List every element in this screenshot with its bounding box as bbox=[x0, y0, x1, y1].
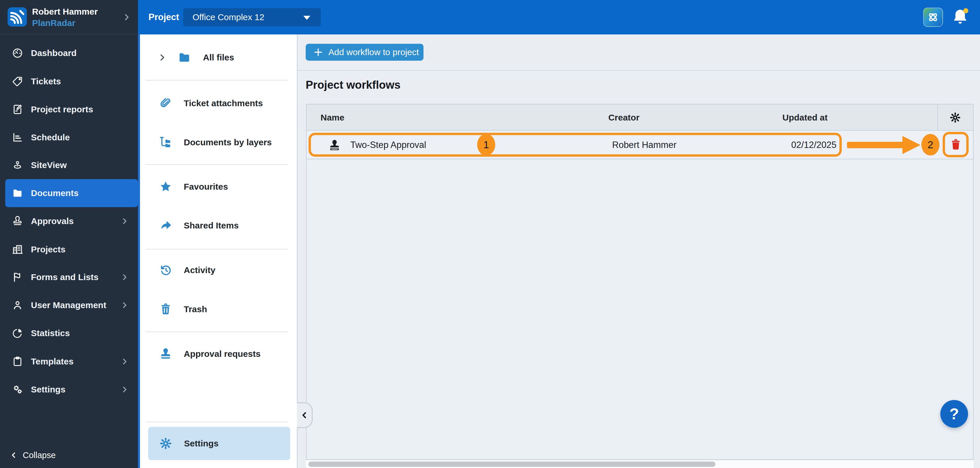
clipboard-icon bbox=[12, 356, 23, 367]
user-name: Robert Hammer bbox=[32, 7, 98, 17]
sidebar-item-dashboard[interactable]: Dashboard bbox=[5, 39, 138, 67]
panel-item-settings[interactable]: Settings bbox=[148, 427, 290, 460]
sidebar-item-label: Templates bbox=[31, 357, 73, 366]
horizontal-scrollbar-thumb[interactable] bbox=[308, 462, 716, 467]
panel-item-activity[interactable]: Activity bbox=[159, 258, 215, 282]
trash-icon bbox=[159, 302, 172, 316]
horizontal-scrollbar-track[interactable] bbox=[306, 460, 974, 468]
sidebar-item-statistics[interactable]: Statistics bbox=[5, 319, 138, 347]
panel-item-label: Activity bbox=[184, 265, 215, 275]
page-title: Project workflows bbox=[305, 79, 401, 91]
dashboard-icon bbox=[12, 47, 23, 59]
sidebar-item-label: Dashboard bbox=[31, 48, 77, 58]
panel-item-ticket-attachments[interactable]: Ticket attachments bbox=[159, 92, 263, 115]
schedule-icon bbox=[12, 132, 23, 143]
panel-item-label: Trash bbox=[184, 304, 207, 314]
divider bbox=[146, 164, 288, 165]
panel-item-label: Favourites bbox=[184, 182, 228, 192]
workflow-name: Two-Step Approval bbox=[350, 131, 426, 159]
annotation-arrow bbox=[847, 142, 903, 148]
panel-item-label: Ticket attachments bbox=[184, 98, 263, 108]
gear-icon bbox=[159, 437, 172, 450]
project-selector[interactable]: Office Complex 12 bbox=[183, 8, 321, 26]
account-header[interactable]: Robert Hammer PlanRadar bbox=[0, 0, 138, 34]
planradar-logo bbox=[8, 7, 27, 27]
column-header-updated-at[interactable]: Updated at bbox=[761, 105, 849, 131]
star-icon bbox=[159, 180, 172, 193]
primary-sidebar: Robert Hammer PlanRadar Dashboard Ticket… bbox=[0, 0, 138, 468]
sidebar-item-label: Project reports bbox=[31, 105, 93, 115]
add-workflow-label: Add workflow to project bbox=[328, 47, 419, 57]
approvals-stamp-icon bbox=[12, 215, 23, 227]
project-label: Project bbox=[148, 0, 179, 34]
documents-panel: All files Ticket attachments Documents b… bbox=[140, 34, 298, 468]
chevron-left-icon bbox=[10, 451, 18, 460]
user-icon bbox=[12, 299, 23, 311]
annotation-delete-highlight bbox=[943, 132, 969, 157]
sidebar-item-label: Projects bbox=[31, 245, 65, 255]
sidebar-collapse-button[interactable]: Collapse bbox=[10, 446, 56, 465]
folder-icon bbox=[177, 51, 191, 64]
sidebar-item-label: Settings bbox=[31, 385, 65, 395]
sidebar-item-templates[interactable]: Templates bbox=[5, 347, 138, 376]
sidebar-item-label: SiteView bbox=[31, 160, 67, 170]
share-arrow-icon bbox=[159, 219, 172, 232]
panel-item-shared-items[interactable]: Shared Items bbox=[159, 214, 239, 237]
panel-item-trash[interactable]: Trash bbox=[159, 298, 207, 321]
panel-item-approval-requests[interactable]: Approval requests bbox=[159, 342, 261, 366]
annotation-badge-2: 2 bbox=[921, 134, 939, 156]
documents-icon bbox=[12, 187, 23, 199]
add-workflow-button[interactable]: Add workflow to project bbox=[305, 44, 423, 61]
divider bbox=[146, 249, 288, 250]
sidebar-item-project-reports[interactable]: Project reports bbox=[5, 96, 138, 123]
panel-item-documents-by-layers[interactable]: Documents by layers bbox=[159, 131, 272, 154]
delete-workflow-icon[interactable] bbox=[950, 138, 962, 151]
panel-item-label: Documents by layers bbox=[184, 137, 272, 147]
panel-item-label: All files bbox=[203, 53, 234, 62]
siteview-icon bbox=[12, 159, 23, 171]
paperclip-icon bbox=[159, 97, 172, 110]
sidebar-item-tickets[interactable]: Tickets bbox=[5, 67, 138, 96]
divider bbox=[937, 105, 938, 131]
workflows-table: Name Creator Updated at Two-Step Approva… bbox=[306, 104, 974, 460]
workflow-stamp-icon bbox=[328, 139, 341, 152]
sidebar-item-settings[interactable]: Settings bbox=[5, 376, 138, 404]
sidebar-item-forms-and-lists[interactable]: Forms and Lists bbox=[5, 263, 138, 291]
gears-icon bbox=[12, 384, 23, 395]
divider bbox=[146, 331, 288, 332]
column-header-name[interactable]: Name bbox=[321, 105, 344, 131]
sidebar-item-label: Tickets bbox=[31, 76, 61, 86]
flag-icon bbox=[12, 271, 23, 283]
help-button[interactable]: ? bbox=[940, 400, 968, 428]
main-content: Add workflow to project Project workflow… bbox=[298, 34, 980, 468]
sidebar-item-documents[interactable]: Documents bbox=[5, 179, 138, 207]
chevron-right-icon bbox=[120, 301, 129, 310]
history-icon bbox=[159, 263, 172, 277]
sidebar-item-approvals[interactable]: Approvals bbox=[5, 207, 138, 235]
panel-collapse-tab[interactable] bbox=[297, 402, 313, 428]
account-chevron-icon[interactable] bbox=[122, 12, 132, 22]
column-header-creator[interactable]: Creator bbox=[580, 105, 668, 131]
sidebar-item-siteview[interactable]: SiteView bbox=[5, 151, 138, 179]
sidebar-item-user-management[interactable]: User Management bbox=[5, 291, 138, 319]
project-selector-value: Office Complex 12 bbox=[192, 8, 264, 26]
connect-apps-button[interactable] bbox=[923, 8, 943, 27]
panel-item-favourites[interactable]: Favourites bbox=[159, 175, 228, 198]
panel-item-all-files[interactable]: All files bbox=[158, 46, 234, 69]
active-section-indicator bbox=[138, 34, 140, 468]
notifications-button[interactable] bbox=[950, 7, 970, 27]
sidebar-item-label: Schedule bbox=[31, 132, 70, 142]
layers-tree-icon bbox=[159, 136, 172, 149]
table-settings-gear-icon[interactable] bbox=[949, 111, 961, 124]
statistics-pie-icon bbox=[12, 327, 23, 339]
table-row[interactable]: Two-Step Approval Robert Hammer 02/12/20… bbox=[307, 131, 973, 159]
chevron-left-icon bbox=[300, 411, 309, 420]
chevron-right-icon bbox=[120, 357, 129, 366]
sidebar-item-label: User Management bbox=[31, 300, 106, 310]
sidebar-item-schedule[interactable]: Schedule bbox=[5, 123, 138, 151]
project-reports-icon bbox=[12, 103, 23, 115]
divider bbox=[146, 422, 288, 422]
chevron-right-icon bbox=[120, 216, 129, 226]
sidebar-item-projects[interactable]: Projects bbox=[5, 236, 138, 263]
expand-chevron-icon[interactable] bbox=[158, 53, 167, 62]
